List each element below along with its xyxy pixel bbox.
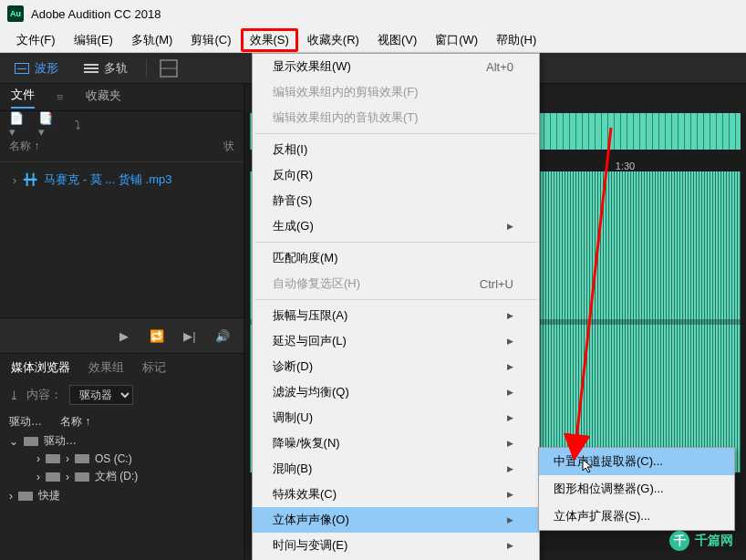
tab-effects-group[interactable]: 效果组 (88, 359, 124, 376)
quick-label: 快捷 (38, 488, 60, 503)
disk-icon (75, 472, 89, 482)
app-title: Adobe Audition CC 2018 (31, 7, 161, 21)
file-item[interactable]: › ╋╋ 马赛克 - 莫 ... 货铺 .mp3 (0, 168, 243, 192)
col-name[interactable]: 名称 ↑ (9, 139, 39, 161)
menu-edit-track-effects: 编辑效果组内的音轨效果(T) (253, 105, 539, 130)
auto-play-icon[interactable]: ▶| (180, 326, 200, 346)
title-bar: Au Adobe Audition CC 2018 (0, 0, 746, 27)
import-down-icon[interactable]: ⤓ (9, 389, 19, 402)
menu-window[interactable]: 窗口(W) (426, 28, 487, 52)
mode-waveform-label: 波形 (35, 60, 58, 77)
menu-special[interactable]: 特殊效果(C) (253, 482, 539, 507)
menu-filter[interactable]: 滤波与均衡(Q) (253, 379, 539, 405)
files-toolbar: 📄▾ 📑▾ ⤵ (0, 111, 243, 139)
files-tab-row: 文件 ≡ 收藏夹 (0, 84, 243, 111)
menu-time-pitch[interactable]: 时间与变调(E) (253, 533, 539, 558)
drive-label: 驱动… (44, 433, 77, 449)
expand-caret-icon[interactable]: › (13, 173, 16, 187)
menu-clip[interactable]: 剪辑(C) (181, 28, 240, 52)
menu-label: 编辑效果组内的剪辑效果(F) (273, 84, 419, 100)
menu-view[interactable]: 视图(V) (368, 28, 426, 52)
open-file-icon[interactable]: 📄▾ (9, 115, 29, 135)
multitrack-icon (84, 63, 98, 74)
menu-delay[interactable]: 延迟与回声(L) (253, 328, 539, 354)
menu-file[interactable]: 文件(F) (7, 28, 65, 52)
menu-label: 诊断(D) (273, 358, 313, 375)
chevron-down-icon: ⌄ (9, 435, 18, 448)
submenu-stereo-expander[interactable]: 立体声扩展器(S)... (539, 503, 734, 530)
menu-label: 反向(R) (273, 167, 313, 183)
menu-shortcut: Alt+0 (486, 60, 513, 74)
menu-reverb[interactable]: 混响(B) (253, 456, 539, 482)
menu-edit-clip-effects: 编辑效果组内的剪辑效果(F) (253, 79, 539, 105)
tab-files-menu-icon[interactable]: ≡ (57, 90, 64, 104)
menu-silence[interactable]: 静音(S) (253, 188, 539, 213)
tree-header: 驱动… 名称 ↑ (9, 412, 234, 431)
menu-label: 反相(I) (273, 141, 307, 158)
menu-label: 生成(G) (273, 218, 314, 234)
tab-markers[interactable]: 标记 (142, 359, 166, 376)
tab-favorites[interactable]: 收藏夹 (86, 88, 121, 108)
disk-icon (46, 454, 60, 463)
menu-label: 调制(U) (273, 410, 313, 426)
menu-label: 显示效果组(W) (273, 58, 351, 75)
drive-os[interactable]: › › OS (C:) (9, 451, 234, 467)
menu-invert[interactable]: 反相(I) (253, 137, 539, 162)
stereo-submenu: 中置声道提取器(C)... 图形相位调整器(G)... 立体声扩展器(S)... (538, 447, 735, 531)
app-icon: Au (7, 5, 24, 22)
menu-label: 匹配响度(M) (273, 250, 338, 266)
menu-label: 降噪/恢复(N) (273, 435, 340, 451)
submenu-center-extract[interactable]: 中置声道提取器(C)... (539, 448, 734, 475)
menu-amplitude[interactable]: 振幅与压限(A) (253, 303, 539, 328)
waveform-icon (15, 63, 29, 74)
watermark-text: 千篇网 (695, 533, 733, 549)
menu-effects[interactable]: 效果(S) (241, 28, 298, 52)
play-icon[interactable]: ▶ (114, 326, 134, 346)
mode-multitrack[interactable]: 多轨 (77, 57, 135, 80)
tab-media-browser[interactable]: 媒体浏览器 (11, 359, 70, 376)
volume-icon[interactable]: 🔊 (212, 326, 233, 346)
menu-reverse[interactable]: 反向(R) (253, 162, 539, 188)
menu-generate[interactable]: 生成(G) (253, 213, 539, 239)
loop-icon[interactable]: 🔁 (147, 326, 167, 346)
media-tabs: 媒体浏览器 效果组 标记 (0, 354, 243, 381)
menu-shortcut: Ctrl+U (480, 277, 513, 291)
disk-icon (46, 472, 60, 482)
drive-select[interactable]: 驱动器 (69, 385, 133, 405)
menu-label: 特殊效果(C) (273, 486, 337, 503)
col-drive[interactable]: 驱动… (9, 414, 55, 430)
folder-icon (18, 492, 33, 501)
menu-modulation[interactable]: 调制(U) (253, 405, 539, 430)
import-icon[interactable]: ⤵ (67, 115, 88, 135)
disk-icon (75, 454, 89, 463)
menu-multitrack[interactable]: 多轨(M) (122, 28, 182, 52)
tab-files[interactable]: 文件 (11, 87, 35, 109)
left-panel: 文件 ≡ 收藏夹 📄▾ 📑▾ ⤵ 名称 ↑ 状 › ╋╋ 马赛克 - 莫 ...… (0, 84, 244, 560)
drive-doc[interactable]: › › 文档 (D:) (9, 467, 234, 486)
drive-row[interactable]: ⌄ 驱动… (9, 431, 234, 451)
doc-drive-label: 文档 (D:) (95, 469, 138, 484)
menu-label: 混响(B) (273, 461, 312, 477)
col-drive-name[interactable]: 名称 ↑ (60, 414, 90, 430)
record-icon[interactable]: 📑▾ (38, 115, 58, 135)
time-tick: 1:30 (504, 161, 746, 171)
mode-waveform[interactable]: 波形 (7, 57, 66, 80)
menu-stereo-imagery[interactable]: 立体声声像(O) (253, 507, 539, 533)
drive-icon (24, 437, 38, 446)
menu-help[interactable]: 帮助(H) (487, 28, 545, 52)
submenu-graphic-phase[interactable]: 图形相位调整器(G)... (539, 475, 734, 503)
menu-label: 静音(S) (273, 192, 312, 209)
quick-row[interactable]: › 快捷 (9, 486, 234, 505)
menu-edit[interactable]: 编辑(E) (65, 28, 122, 52)
menu-favorites[interactable]: 收藏夹(R) (298, 28, 368, 52)
hud-icon[interactable] (158, 57, 180, 79)
menu-label: 自动修复选区(H) (273, 275, 360, 292)
menu-noise[interactable]: 降噪/恢复(N) (253, 430, 539, 456)
menu-diagnostics[interactable]: 诊断(D) (253, 354, 539, 379)
separator (146, 59, 147, 78)
file-list: › ╋╋ 马赛克 - 莫 ... 货铺 .mp3 (0, 162, 243, 317)
transport-bar: ▶ 🔁 ▶| 🔊 (0, 317, 243, 354)
col-status[interactable]: 状 (223, 139, 234, 161)
menu-show-effects-rack[interactable]: 显示效果组(W) Alt+0 (253, 54, 539, 79)
menu-match-loudness[interactable]: 匹配响度(M) (253, 245, 539, 271)
